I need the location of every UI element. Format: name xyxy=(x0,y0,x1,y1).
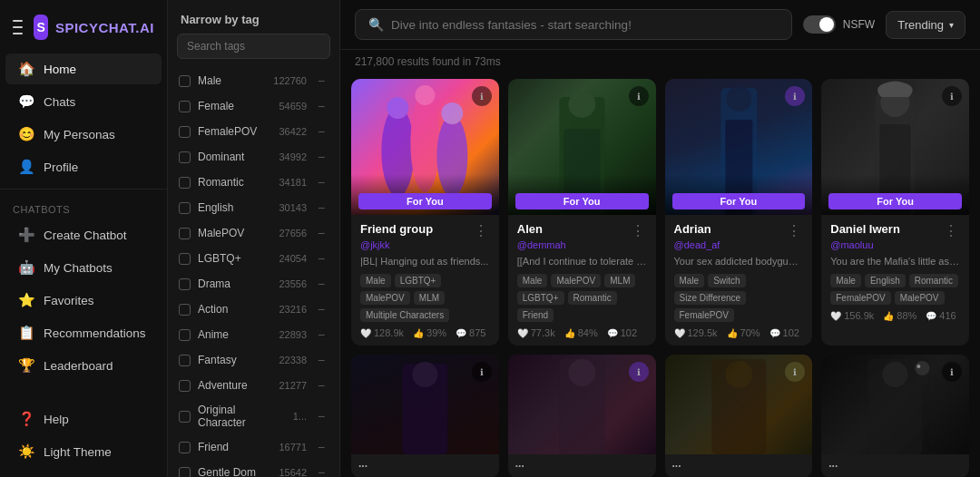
card-tag[interactable]: Romantic xyxy=(568,291,617,305)
tag-minus-icon[interactable]: − xyxy=(314,440,328,454)
sidebar-item-my-chatbots[interactable]: 🤖 My Chatbots xyxy=(5,252,162,283)
card-tag[interactable]: Male xyxy=(830,274,861,287)
sidebar-item-personas[interactable]: 😊 My Personas xyxy=(5,119,162,150)
tag-minus-icon[interactable]: − xyxy=(314,302,328,316)
tag-item-drama[interactable]: Drama 23556 − xyxy=(168,271,339,297)
sidebar-item-help[interactable]: ❓ Help xyxy=(5,404,162,434)
card-more-button[interactable]: ⋮ xyxy=(472,222,490,239)
info-icon[interactable]: ℹ xyxy=(472,362,492,382)
tag-checkbox[interactable] xyxy=(179,467,191,478)
tag-search-input[interactable] xyxy=(177,34,330,59)
tag-minus-icon[interactable]: − xyxy=(314,200,328,215)
tag-minus-icon[interactable]: − xyxy=(314,277,328,291)
tag-checkbox[interactable] xyxy=(179,253,191,265)
card-tag[interactable]: Friend xyxy=(517,308,554,322)
tag-checkbox[interactable] xyxy=(179,411,191,423)
info-icon[interactable]: ℹ xyxy=(629,86,649,106)
tag-item-fantasy[interactable]: Fantasy 22338 − xyxy=(168,347,339,373)
card-tag[interactable]: MalePOV xyxy=(895,291,945,305)
tag-item-lgbtq[interactable]: LGBTQ+ 24054 − xyxy=(168,246,339,271)
tag-item-english[interactable]: English 30143 − xyxy=(168,195,339,220)
card-tag[interactable]: FemalePOV xyxy=(674,308,734,322)
tag-item-femalepov[interactable]: FemalePOV 36422 − xyxy=(168,119,339,144)
card-tag[interactable]: Romantic xyxy=(909,274,958,287)
card-bottom-4[interactable]: ℹ ··· xyxy=(821,355,969,477)
sidebar-item-profile[interactable]: 👤 Profile xyxy=(5,151,162,182)
card-tag[interactable]: LGBTQ+ xyxy=(395,274,442,287)
card-friend-group[interactable]: For You ℹ Friend group ⋮ @jkjkk |BL| Han… xyxy=(351,79,499,346)
tag-checkbox[interactable] xyxy=(179,380,191,392)
card-author[interactable]: @demmah xyxy=(517,239,647,250)
card-daniel[interactable]: For You ℹ Daniel Iwern ⋮ @maoluu You are… xyxy=(821,79,969,346)
trending-button[interactable]: Trending ▾ xyxy=(886,11,965,39)
tag-minus-icon[interactable]: − xyxy=(314,150,328,164)
tag-item-malepov[interactable]: MalePOV 27656 − xyxy=(168,220,339,246)
tag-item-female[interactable]: Female 54659 − xyxy=(168,93,339,119)
tag-item-anime[interactable]: Anime 22893 − xyxy=(168,322,339,347)
card-tag[interactable]: MLM xyxy=(604,274,635,287)
sidebar-item-chats[interactable]: 💬 Chats xyxy=(5,86,162,117)
card-tag[interactable]: Size Difference xyxy=(674,291,747,305)
card-tag[interactable]: Switch xyxy=(708,274,745,287)
search-bar[interactable]: 🔍 xyxy=(355,9,792,40)
tag-minus-icon[interactable]: − xyxy=(314,465,328,477)
tag-checkbox[interactable] xyxy=(179,304,191,316)
card-tag[interactable]: Male xyxy=(517,274,548,287)
tag-item-adventure[interactable]: Adventure 21277 − xyxy=(168,373,339,398)
sidebar-item-home[interactable]: 🏠 Home xyxy=(5,54,162,84)
card-more-button[interactable]: ⋮ xyxy=(942,222,960,239)
info-icon[interactable]: ℹ xyxy=(629,362,649,382)
tag-minus-icon[interactable]: − xyxy=(314,353,328,367)
sidebar-item-theme[interactable]: ☀️ Light Theme xyxy=(5,436,162,467)
card-tag[interactable]: MalePOV xyxy=(551,274,601,287)
sidebar-item-leaderboard[interactable]: 🏆 Leaderboard xyxy=(5,350,162,381)
tag-checkbox[interactable] xyxy=(179,442,191,453)
card-bottom-3[interactable]: ℹ ··· xyxy=(665,355,813,477)
tag-checkbox[interactable] xyxy=(179,329,191,341)
card-tag[interactable]: MalePOV xyxy=(360,291,410,305)
tag-minus-icon[interactable]: − xyxy=(314,251,328,266)
tag-checkbox[interactable] xyxy=(179,126,191,138)
search-input[interactable] xyxy=(391,18,779,32)
card-alen[interactable]: For You ℹ Alen ⋮ @demmah [[And I continu… xyxy=(508,79,656,346)
card-tag[interactable]: English xyxy=(865,274,906,287)
card-tag[interactable]: LGBTQ+ xyxy=(517,291,564,305)
tag-minus-icon[interactable]: − xyxy=(314,409,328,423)
tag-minus-icon[interactable]: − xyxy=(314,99,328,113)
sidebar-item-recommendations[interactable]: 📋 Recommendations xyxy=(5,317,162,348)
card-author[interactable]: @dead_af xyxy=(674,239,804,250)
tag-item-dominant[interactable]: Dominant 34992 − xyxy=(168,144,339,170)
tag-checkbox[interactable] xyxy=(179,355,191,366)
sidebar-item-favorites[interactable]: ⭐ Favorites xyxy=(5,285,162,316)
card-tag[interactable]: Male xyxy=(674,274,705,287)
info-icon[interactable]: ℹ xyxy=(942,86,962,106)
tag-checkbox[interactable] xyxy=(179,177,191,189)
card-tag[interactable]: Male xyxy=(360,274,391,287)
nsfw-switch[interactable] xyxy=(803,15,836,34)
tag-item-male[interactable]: Male 122760 − xyxy=(168,68,339,93)
tag-checkbox[interactable] xyxy=(179,228,191,239)
tag-checkbox[interactable] xyxy=(179,75,191,87)
tag-minus-icon[interactable]: − xyxy=(314,327,328,342)
tag-minus-icon[interactable]: − xyxy=(314,175,328,190)
tag-minus-icon[interactable]: − xyxy=(314,124,328,139)
card-more-button[interactable]: ⋮ xyxy=(785,222,803,239)
tag-checkbox[interactable] xyxy=(179,202,191,214)
card-bottom-2[interactable]: ℹ ··· xyxy=(508,355,656,477)
tag-item-friend[interactable]: Friend 16771 − xyxy=(168,434,339,460)
card-bottom-1[interactable]: ℹ ··· xyxy=(351,355,499,477)
tag-minus-icon[interactable]: − xyxy=(314,73,328,88)
tag-item-gentle-dom[interactable]: Gentle Dom 15642 − xyxy=(168,460,339,477)
tag-minus-icon[interactable]: − xyxy=(314,378,328,393)
card-tag[interactable]: Multiple Characters xyxy=(360,308,449,322)
tag-minus-icon[interactable]: − xyxy=(314,226,328,240)
card-author[interactable]: @jkjkk xyxy=(360,239,490,250)
info-icon[interactable]: ℹ xyxy=(472,86,492,106)
card-more-button[interactable]: ⋮ xyxy=(629,222,647,239)
tag-checkbox[interactable] xyxy=(179,278,191,290)
tag-item-romantic[interactable]: Romantic 34181 − xyxy=(168,170,339,195)
tag-checkbox[interactable] xyxy=(179,101,191,112)
tag-item-original-character[interactable]: Original Character 1... − xyxy=(168,398,339,434)
card-tag[interactable]: MLM xyxy=(414,291,445,305)
sidebar-item-create[interactable]: ➕ Create Chatbot xyxy=(5,219,162,250)
